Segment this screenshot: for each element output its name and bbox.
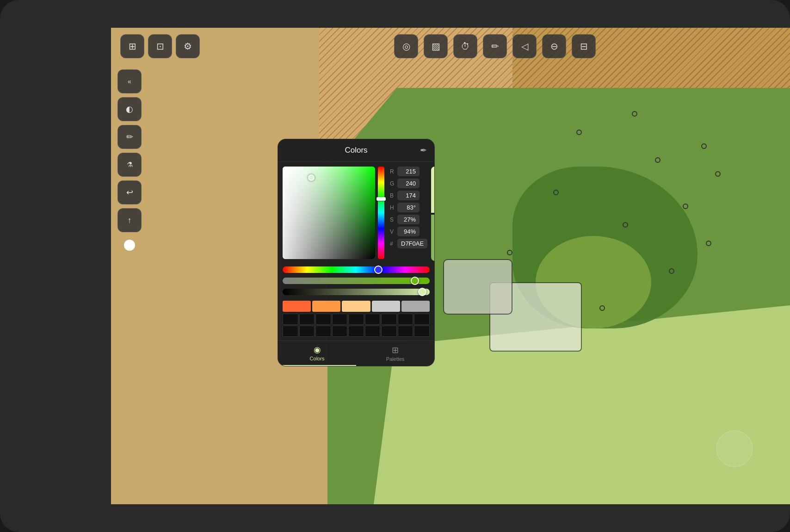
color-swatches-column — [431, 167, 435, 261]
hex-value[interactable]: D7F0AE — [397, 239, 427, 248]
b-value[interactable]: 174 — [397, 191, 420, 200]
v-value[interactable]: 94% — [397, 227, 420, 236]
r-value[interactable]: 215 — [397, 167, 420, 176]
eraser-button[interactable]: ⊖ — [542, 34, 566, 58]
black-cell-2[interactable] — [315, 314, 331, 325]
r-label: R — [390, 168, 395, 175]
palette-colors-row — [278, 299, 434, 313]
picker-main-area: R 215 G 240 B 174 — [278, 162, 434, 261]
palette-swatch-3[interactable] — [372, 301, 400, 312]
palette-swatch-4[interactable] — [401, 301, 430, 312]
map-dot-11 — [632, 111, 637, 117]
current-color-swatch[interactable] — [431, 167, 435, 213]
hue-strip[interactable] — [378, 167, 384, 259]
color-values-column: R 215 G 240 B 174 — [390, 167, 427, 261]
palette-swatch-0[interactable] — [283, 301, 311, 312]
map-light-patch-2 — [443, 259, 512, 315]
black-cell-12[interactable] — [332, 326, 348, 337]
saturation-slider[interactable] — [283, 278, 430, 284]
black-cell-7[interactable] — [398, 314, 414, 325]
black-cell-3[interactable] — [332, 314, 348, 325]
plus-icon: + — [731, 442, 738, 456]
timelapse-button[interactable]: ⏱ — [453, 34, 477, 58]
layout-button[interactable]: ⊡ — [148, 34, 172, 58]
black-cell-14[interactable] — [365, 326, 381, 337]
black-cell-1[interactable] — [299, 314, 315, 325]
navigator-button[interactable]: + — [716, 430, 753, 467]
palette-swatch-1[interactable] — [312, 301, 340, 312]
colors-tab-icon: ◉ — [314, 345, 321, 355]
sliders-section — [278, 261, 434, 299]
hue-strip-thumb — [376, 197, 386, 201]
map-dot-9 — [669, 268, 674, 274]
v-row: V 94% — [390, 227, 427, 236]
sliders-col — [283, 266, 430, 295]
redo-button[interactable]: ↑ — [117, 208, 142, 232]
palettes-tab[interactable]: ⊞ Palettes — [356, 341, 434, 366]
black-cell-9[interactable] — [283, 326, 298, 337]
v-label: V — [390, 229, 395, 235]
black-cell-15[interactable] — [381, 326, 397, 337]
s-value[interactable]: 27% — [397, 215, 420, 224]
color-gradient-picker[interactable] — [283, 167, 375, 259]
black-cell-0[interactable] — [283, 314, 298, 325]
brush-icon: ✏ — [491, 41, 499, 52]
layers-button[interactable]: ⊟ — [572, 34, 596, 58]
brush-tool-button[interactable]: ✏ — [117, 125, 142, 149]
palettes-tab-icon: ⊞ — [392, 345, 399, 355]
map-dot-1 — [701, 143, 707, 149]
black-cell-6[interactable] — [381, 314, 397, 325]
black-cell-13[interactable] — [348, 326, 364, 337]
map-dot-4 — [683, 204, 688, 209]
brush-button[interactable]: ✏ — [483, 34, 507, 58]
h-label: H — [390, 204, 395, 211]
device-frame: ⊞ ⊡ ⚙ ◎ ▨ ⏱ ✏ — [0, 0, 790, 532]
h-value[interactable]: 83° — [397, 203, 420, 212]
black-cell-8[interactable] — [414, 314, 430, 325]
r-row: R 215 — [390, 167, 427, 176]
smudge-icon: ◁ — [521, 41, 528, 52]
hue-slider[interactable] — [283, 266, 430, 273]
toolbar-left: ⊞ ⊡ ⚙ — [120, 34, 200, 58]
settings-button[interactable]: ⚙ — [176, 34, 200, 58]
sat-slider-thumb — [411, 277, 419, 285]
map-dot-7 — [576, 130, 582, 135]
color-panel: Colors ✒ — [278, 139, 435, 366]
eyedropper-button[interactable]: ⚗ — [117, 153, 142, 177]
black-cell-11[interactable] — [315, 326, 331, 337]
black-cell-16[interactable] — [398, 326, 414, 337]
previous-color-swatch[interactable] — [431, 215, 435, 261]
g-value[interactable]: 240 — [397, 179, 420, 188]
back-button[interactable]: « — [117, 69, 142, 93]
time-icon: ⏱ — [461, 41, 470, 52]
brush-tool-icon: ✏ — [126, 132, 133, 142]
gallery-button[interactable]: ⊞ — [120, 34, 144, 58]
undo-icon: ↩ — [126, 187, 133, 198]
transform-button[interactable]: ◎ — [394, 34, 418, 58]
black-cell-4[interactable] — [348, 314, 364, 325]
color-wheel-button[interactable]: ◐ — [117, 97, 142, 121]
b-row: B 174 — [390, 191, 427, 200]
color-dot-button[interactable] — [124, 240, 135, 251]
selection-button[interactable]: ▨ — [424, 34, 448, 58]
val-slider-thumb — [418, 288, 426, 296]
gradient-cursor — [308, 174, 315, 181]
eyedropper-panel-button[interactable]: ✒ — [420, 145, 427, 155]
undo-button[interactable]: ↩ — [117, 180, 142, 204]
black-cell-5[interactable] — [365, 314, 381, 325]
g-label: G — [390, 180, 395, 187]
toolbar-center: ◎ ▨ ⏱ ✏ ◁ ⊖ ⊟ — [209, 34, 781, 58]
value-slider[interactable] — [283, 289, 430, 295]
map-dot-6 — [706, 241, 711, 246]
smudge-button[interactable]: ◁ — [512, 34, 537, 58]
colors-tab[interactable]: ◉ Colors — [278, 341, 356, 366]
eyedropper-tool-icon: ⚗ — [127, 161, 133, 169]
black-cell-17[interactable] — [414, 326, 430, 337]
palette-swatch-2[interactable] — [342, 301, 370, 312]
black-cell-10[interactable] — [299, 326, 315, 337]
eraser-icon: ⊖ — [550, 41, 558, 52]
h-row: H 83° — [390, 203, 427, 212]
hue-slider-thumb — [374, 266, 383, 274]
grid-icon: ⊞ — [129, 41, 136, 52]
color-wheel-icon: ◐ — [126, 104, 133, 114]
